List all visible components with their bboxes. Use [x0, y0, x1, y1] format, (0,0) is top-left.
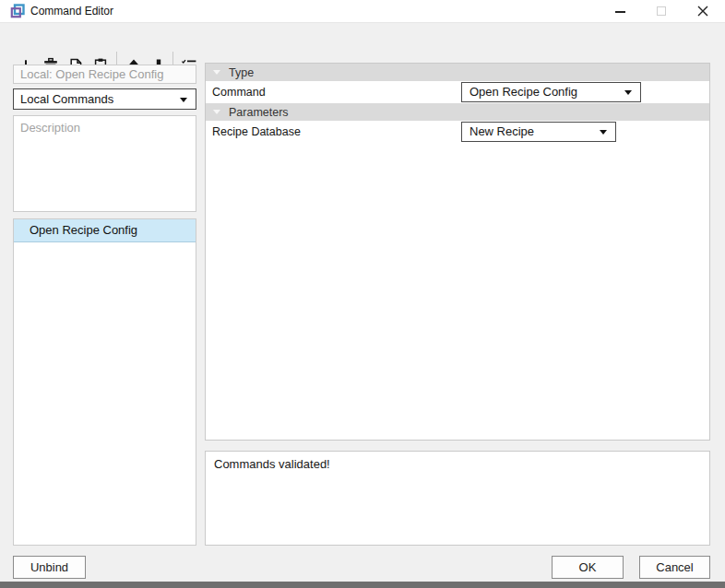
recipe-database-label: Recipe Database — [212, 121, 301, 143]
titlebar: Command Editor — [0, 0, 725, 23]
section-title: Type — [229, 66, 254, 79]
cancel-button[interactable]: Cancel — [639, 556, 710, 579]
description-input[interactable] — [13, 115, 196, 212]
toolbar — [0, 23, 725, 60]
command-scope-value: Local Commands — [20, 92, 113, 106]
command-list[interactable]: Open Recipe Config — [13, 218, 196, 546]
recipe-database-dropdown[interactable]: New Recipe — [461, 122, 616, 142]
validation-message-box: Commands validated! — [205, 451, 710, 546]
properties-panel: Type Command Open Recipe Config Paramete… — [205, 63, 710, 441]
description-area — [13, 115, 196, 212]
maximize-icon — [657, 6, 666, 16]
command-row: Command Open Recipe Config — [206, 81, 709, 103]
chevron-down-icon — [624, 90, 632, 95]
command-scope-dropdown[interactable]: Local Commands — [13, 88, 196, 110]
collapse-triangle-icon — [213, 70, 220, 75]
section-header-parameters[interactable]: Parameters — [206, 103, 709, 121]
unbind-button[interactable]: Unbind — [13, 556, 86, 579]
command-label: Command — [212, 81, 266, 103]
command-type-value: Open Recipe Config — [469, 85, 577, 99]
chevron-down-icon — [180, 98, 187, 102]
validation-message: Commands validated! — [214, 457, 330, 471]
window-bottom-edge — [0, 582, 725, 588]
chevron-down-icon — [600, 130, 607, 135]
close-button[interactable] — [689, 0, 717, 22]
recipe-database-value: New Recipe — [469, 124, 534, 138]
window-title: Command Editor — [30, 0, 113, 23]
collapse-triangle-icon — [213, 110, 220, 114]
app-logo-icon — [10, 4, 25, 18]
command-list-item[interactable]: Open Recipe Config — [14, 219, 196, 242]
maximize-button[interactable] — [648, 0, 675, 22]
binding-target-field: Local: Open Recipe Config — [13, 65, 196, 84]
ok-button[interactable]: OK — [552, 556, 624, 579]
section-title: Parameters — [229, 106, 289, 119]
close-icon — [697, 6, 708, 17]
minimize-button[interactable] — [606, 0, 634, 22]
minimize-icon — [615, 11, 625, 13]
recipe-database-row: Recipe Database New Recipe — [206, 121, 709, 143]
command-type-dropdown[interactable]: Open Recipe Config — [461, 82, 641, 102]
section-header-type[interactable]: Type — [206, 64, 709, 81]
command-editor-dialog: Command Editor — [0, 0, 725, 588]
